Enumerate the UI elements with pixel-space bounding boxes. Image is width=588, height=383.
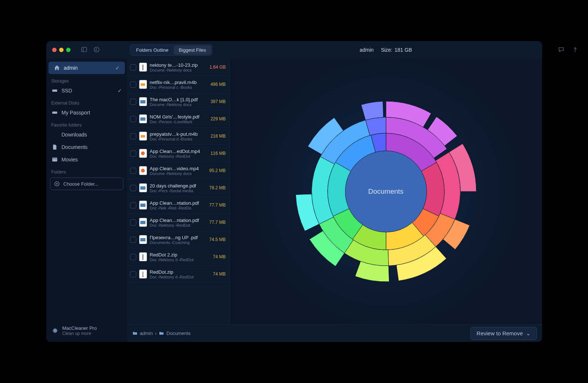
sunburst-center-label: Documents bbox=[368, 187, 403, 196]
file-row[interactable]: NOM Girls'…festyle.pdf Doc ›Person ›Love… bbox=[127, 110, 230, 128]
file-name: The macO…k [1.0].pdf bbox=[150, 97, 203, 102]
svg-rect-5 bbox=[52, 158, 57, 162]
file-row[interactable]: App Clean…ntation.pdf Doc ›Nektony ›RedD… bbox=[127, 214, 230, 231]
sidebar-home[interactable]: admin ✓ bbox=[48, 62, 125, 74]
promo-sub: Clean up more bbox=[62, 331, 97, 336]
file-path: Docume ›Nektony docs bbox=[150, 171, 203, 176]
file-path: Docume ›Nektony docs bbox=[150, 102, 203, 107]
file-thumb-icon bbox=[139, 149, 147, 158]
file-size: 74.5 MB bbox=[206, 237, 226, 242]
file-row[interactable]: RedDot.zip Doc ›Nektony d ›RedDot 74 MB bbox=[127, 266, 230, 283]
svg-rect-3 bbox=[52, 90, 57, 92]
file-thumb-icon bbox=[139, 235, 147, 244]
sidebar-toggle-icon[interactable] bbox=[81, 46, 87, 54]
file-name: App Clean…ntation.pdf bbox=[150, 218, 203, 223]
file-name: netflix-nik…pravil.m4b bbox=[150, 80, 203, 85]
file-name: App Clean…ntation.pdf bbox=[150, 200, 203, 206]
file-checkbox[interactable] bbox=[130, 99, 136, 105]
file-row[interactable]: App Clean…ntation.pdf Doc ›Nek ›Red ›Red… bbox=[127, 197, 230, 214]
file-checkbox[interactable] bbox=[130, 271, 136, 277]
file-list[interactable]: nektony te…-10-23.zip Docume ›Nektony do… bbox=[127, 59, 230, 324]
minimize-window[interactable] bbox=[59, 48, 64, 52]
tab-folders-outline[interactable]: Folders Outline bbox=[131, 45, 174, 55]
maximize-window[interactable] bbox=[66, 48, 71, 52]
file-thumb-icon bbox=[139, 132, 147, 141]
file-size: 78.2 MB bbox=[206, 185, 226, 190]
file-checkbox[interactable] bbox=[130, 168, 136, 174]
window-title: admin Size: 181 GB bbox=[230, 47, 542, 53]
file-checkbox[interactable] bbox=[130, 185, 136, 191]
file-size: 496 MB bbox=[206, 82, 226, 87]
file-row[interactable]: App Clean…video.mp4 Docume ›Nektony docs… bbox=[127, 162, 230, 179]
file-path: Docume ›Nektony docs bbox=[150, 68, 203, 72]
file-row[interactable]: Презента…ng UP .pdf Documents ›Coaching … bbox=[127, 231, 230, 248]
file-checkbox[interactable] bbox=[130, 150, 136, 157]
file-checkbox[interactable] bbox=[130, 64, 136, 70]
file-thumb-icon bbox=[139, 63, 147, 72]
file-row[interactable]: prepyatstv…k-put.m4b Doc ›Personal d ›Bo… bbox=[127, 128, 230, 145]
sidebar-storage-ssd[interactable]: SSD ✓ bbox=[46, 84, 127, 97]
file-row[interactable]: 20 days challenge.pdf Doc ›Pers ›Social … bbox=[127, 179, 230, 197]
file-size: 74 MB bbox=[206, 271, 226, 277]
file-size: 397 MB bbox=[206, 99, 226, 104]
promo-title: MacCleaner Pro bbox=[62, 325, 97, 331]
file-checkbox[interactable] bbox=[130, 219, 136, 226]
svg-rect-0 bbox=[82, 47, 87, 52]
file-name: prepyatstv…k-put.m4b bbox=[150, 131, 203, 137]
file-thumb-icon bbox=[139, 201, 147, 209]
section-favorites: Favorite folders bbox=[46, 119, 127, 128]
back-icon[interactable] bbox=[93, 46, 100, 54]
file-checkbox[interactable] bbox=[130, 254, 136, 260]
file-path: Doc ›Nektony ›RedDot bbox=[150, 223, 203, 227]
sidebar-fav-downloads[interactable]: Downloads bbox=[46, 128, 127, 141]
file-thumb-icon bbox=[139, 252, 147, 261]
view-mode-tabs[interactable]: Folders Outline Biggest Files bbox=[130, 44, 213, 56]
file-row[interactable]: netflix-nik…pravil.m4b Doc ›Personal c ›… bbox=[127, 76, 230, 93]
titlebar: Folders Outline Biggest Files admin Size… bbox=[46, 41, 542, 59]
file-thumb-icon bbox=[139, 80, 147, 89]
file-size: 229 MB bbox=[206, 116, 226, 121]
file-thumb-icon bbox=[139, 114, 147, 123]
file-size: 95.2 MB bbox=[206, 168, 226, 173]
sidebar-external-passport[interactable]: My Passport bbox=[46, 106, 127, 119]
file-name: App Clean…video.mp4 bbox=[150, 166, 203, 171]
breadcrumb[interactable]: admin › Documents bbox=[132, 331, 191, 336]
file-thumb-icon bbox=[139, 97, 147, 106]
check-icon: ✓ bbox=[115, 65, 120, 71]
sidebar-fav-movies[interactable]: Movies bbox=[46, 153, 127, 166]
file-checkbox[interactable] bbox=[130, 237, 136, 243]
file-thumb-icon bbox=[139, 183, 147, 192]
file-checkbox[interactable] bbox=[130, 133, 136, 139]
traffic-lights[interactable] bbox=[46, 48, 71, 52]
file-row[interactable]: RedDot 2.zip Doc ›Nektony d ›RedDot 74 M… bbox=[127, 248, 230, 266]
sunburst-pane[interactable]: Documents bbox=[230, 59, 542, 324]
sidebar-home-label: admin bbox=[64, 65, 78, 71]
file-path: Documents ›Coaching bbox=[150, 240, 203, 245]
choose-folder-button[interactable]: Choose Folder... bbox=[50, 178, 123, 190]
file-size: 74 MB bbox=[206, 254, 226, 259]
svg-point-1 bbox=[94, 47, 99, 52]
review-to-remove-button[interactable]: Review to Remove ⌄ bbox=[470, 327, 537, 340]
bottom-bar: admin › Documents Review to Remove ⌄ bbox=[127, 324, 542, 342]
chevron-down-icon: ⌄ bbox=[526, 330, 531, 337]
file-name: nektony te…-10-23.zip bbox=[150, 62, 203, 68]
file-path: Doc ›Nek ›Red ›RedDo bbox=[150, 206, 203, 210]
file-path: Doc ›Nektony d ›RedDot bbox=[150, 258, 203, 262]
file-path: Doc ›Personal c ›Books bbox=[150, 85, 203, 90]
app-window: Folders Outline Biggest Files admin Size… bbox=[46, 41, 542, 342]
promo-maccleaner[interactable]: MacCleaner Pro Clean up more bbox=[46, 321, 127, 342]
check-icon: ✓ bbox=[118, 88, 122, 94]
file-row[interactable]: App Clean…edDot.mp4 Doc ›Nektony ›RedDot… bbox=[127, 145, 230, 162]
file-path: Doc ›Nektony ›RedDot bbox=[150, 154, 203, 158]
file-path: Doc ›Personal d ›Books bbox=[150, 137, 203, 141]
file-checkbox[interactable] bbox=[130, 202, 136, 208]
tab-biggest-files[interactable]: Biggest Files bbox=[174, 45, 211, 55]
file-name: App Clean…edDot.mp4 bbox=[150, 149, 203, 154]
file-size: 77.7 MB bbox=[206, 220, 226, 225]
file-row[interactable]: nektony te…-10-23.zip Docume ›Nektony do… bbox=[127, 59, 230, 76]
close-window[interactable] bbox=[52, 48, 57, 52]
file-row[interactable]: The macO…k [1.0].pdf Docume ›Nektony doc… bbox=[127, 93, 230, 110]
sidebar-fav-documents[interactable]: Documents bbox=[46, 141, 127, 153]
file-checkbox[interactable] bbox=[130, 116, 136, 122]
file-checkbox[interactable] bbox=[130, 81, 136, 88]
